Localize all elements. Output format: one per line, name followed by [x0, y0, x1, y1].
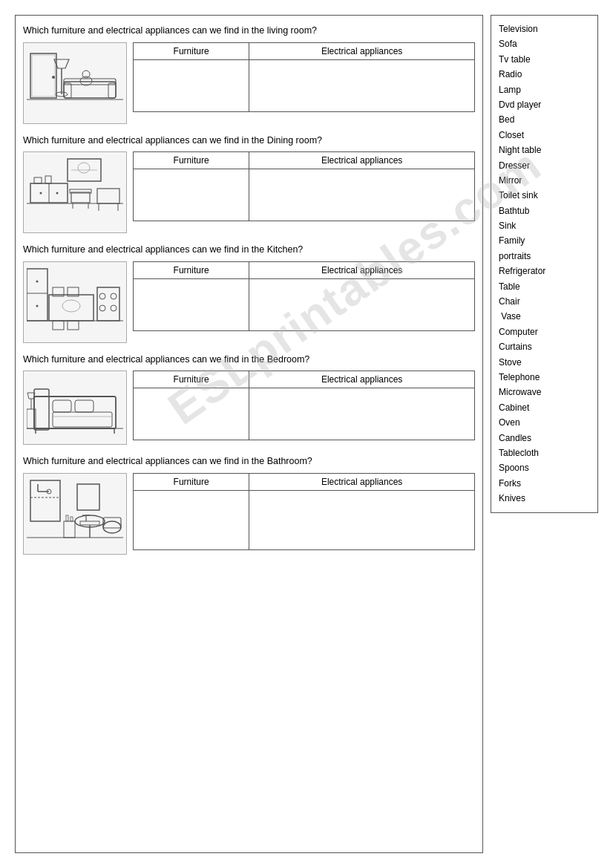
word-item-tv-table: Tv table	[499, 52, 590, 67]
word-item-dvd-player: Dvd player	[499, 97, 590, 112]
kitchen-furniture-cell	[134, 278, 249, 330]
svg-rect-42	[27, 269, 47, 321]
kitchen-table: Furniture Electrical appliances	[133, 261, 475, 331]
svg-point-36	[62, 300, 80, 312]
word-item-sink: Sink	[499, 218, 590, 233]
svg-point-39	[111, 293, 117, 299]
svg-point-45	[36, 304, 39, 307]
svg-point-40	[99, 305, 105, 311]
svg-rect-73	[66, 515, 68, 521]
dining-room-image	[23, 151, 127, 233]
svg-point-20	[56, 192, 59, 195]
section-living-room: Which furniture and electrical appliance…	[23, 25, 475, 124]
word-item-closet: Closet	[499, 128, 590, 143]
svg-rect-1	[32, 55, 55, 97]
svg-rect-35	[68, 321, 79, 330]
living-room-table-wrapper: Furniture Electrical appliances	[133, 42, 475, 112]
word-item-table: Table	[499, 279, 590, 294]
svg-rect-50	[75, 400, 94, 412]
word-item-toilet-sink: Toilet sink	[499, 188, 590, 203]
bedroom-body: Furniture Electrical appliances	[23, 371, 475, 445]
word-item-chair: Chair	[499, 294, 590, 309]
bathroom-col1: Furniture	[134, 473, 249, 490]
svg-rect-22	[45, 176, 51, 183]
word-list-box: Television Sofa Tv table Radio Lamp Dvd …	[491, 15, 598, 513]
word-item-night-table: Night table	[499, 143, 590, 157]
word-item-dresser: Dresser	[499, 158, 590, 173]
bedroom-image	[23, 371, 127, 445]
svg-rect-27	[97, 189, 119, 203]
section-bathroom: Which furniture and electrical appliance…	[23, 455, 475, 555]
word-item-forks: Forks	[499, 476, 590, 491]
svg-rect-65	[80, 521, 99, 525]
word-item-candles: Candles	[499, 431, 590, 446]
bedroom-table-wrapper: Furniture Electrical appliances	[133, 371, 475, 440]
living-room-col1: Furniture	[134, 42, 249, 59]
word-item-bed: Bed	[499, 112, 590, 127]
svg-rect-74	[71, 517, 73, 521]
word-item-computer: Computer	[499, 324, 590, 339]
svg-point-44	[36, 280, 39, 282]
svg-rect-51	[53, 412, 112, 427]
kitchen-col2: Electrical appliances	[249, 261, 475, 278]
svg-rect-0	[30, 53, 56, 98]
svg-rect-69	[77, 484, 99, 510]
svg-rect-37	[97, 287, 119, 321]
svg-point-2	[52, 76, 55, 79]
dining-room-body: Furniture Electrical appliances	[23, 151, 475, 233]
word-item-portraits: portraits	[499, 249, 590, 264]
dining-room-electrical-cell	[249, 169, 475, 221]
bathroom-image	[23, 473, 127, 555]
svg-rect-31	[49, 295, 94, 321]
dining-room-furniture-cell	[134, 169, 249, 221]
svg-point-38	[99, 293, 105, 299]
bedroom-col1: Furniture	[134, 371, 249, 388]
main-content: Which furniture and electrical appliance…	[15, 15, 483, 853]
bathroom-col2: Electrical appliances	[249, 473, 475, 490]
word-item-sofa: Sofa	[499, 36, 590, 51]
svg-point-41	[111, 305, 117, 311]
kitchen-image	[23, 261, 127, 343]
svg-rect-21	[34, 177, 42, 183]
living-room-electrical-cell	[249, 59, 475, 111]
word-item-television: Television	[499, 22, 590, 36]
word-item-telephone: Telephone	[499, 370, 590, 385]
svg-point-16	[78, 163, 90, 173]
living-room-body: Furniture Electrical appliances	[23, 42, 475, 124]
word-item-stove: Stove	[499, 355, 590, 370]
dining-room-table-wrapper: Furniture Electrical appliances	[133, 151, 475, 221]
kitchen-body: Furniture Electrical appliances	[23, 261, 475, 343]
svg-rect-49	[53, 400, 71, 412]
section-bedroom: Which furniture and electrical appliance…	[23, 353, 475, 446]
svg-rect-33	[53, 321, 64, 330]
svg-rect-59	[30, 480, 60, 521]
kitchen-question: Which furniture and electrical appliance…	[23, 244, 475, 257]
word-item-knives: Knives	[499, 491, 590, 506]
svg-rect-7	[108, 83, 116, 98]
word-item-bathtub: Bathtub	[499, 203, 590, 218]
living-room-furniture-cell	[134, 59, 249, 111]
bathroom-table-wrapper: Furniture Electrical appliances	[133, 473, 475, 550]
bedroom-question: Which furniture and electrical appliance…	[23, 353, 475, 367]
dining-room-col2: Electrical appliances	[249, 152, 475, 169]
bathroom-furniture-cell	[134, 490, 249, 549]
word-item-tablecloth: Tablecloth	[499, 446, 590, 460]
svg-point-19	[40, 192, 42, 195]
word-item-mirror: Mirror	[499, 173, 590, 188]
word-item-microwave: Microwave	[499, 385, 590, 399]
dining-room-table: Furniture Electrical appliances	[133, 151, 475, 221]
svg-rect-23	[71, 192, 90, 203]
word-item-family: Family	[499, 233, 590, 248]
bedroom-furniture-cell	[134, 388, 249, 440]
word-item-refrigerator: Refrigerator	[499, 264, 590, 278]
bathroom-body: Furniture Electrical appliances	[23, 473, 475, 555]
word-item-curtains: Curtains	[499, 339, 590, 354]
section-kitchen: Which furniture and electrical appliance…	[23, 244, 475, 343]
word-item-spoons: Spoons	[499, 460, 590, 475]
kitchen-col1: Furniture	[134, 261, 249, 278]
bathroom-question: Which furniture and electrical appliance…	[23, 455, 475, 469]
living-room-question: Which furniture and electrical appliance…	[23, 25, 475, 38]
word-item-radio: Radio	[499, 67, 590, 82]
dining-room-col1: Furniture	[134, 152, 249, 169]
word-item-lamp: Lamp	[499, 82, 590, 97]
